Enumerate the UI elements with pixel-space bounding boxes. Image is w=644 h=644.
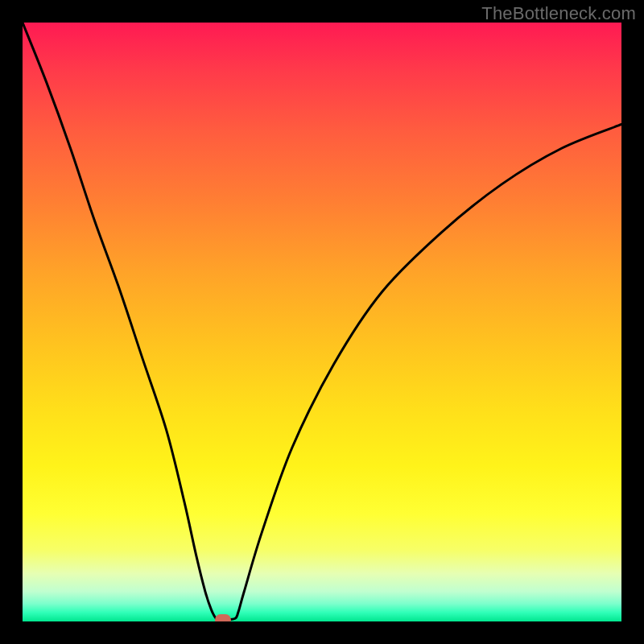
watermark-text: TheBottleneck.com (481, 3, 636, 24)
chart-frame: TheBottleneck.com (0, 0, 644, 644)
optimal-point-marker (215, 614, 231, 621)
bottleneck-curve (23, 23, 621, 621)
plot-area (23, 23, 621, 621)
